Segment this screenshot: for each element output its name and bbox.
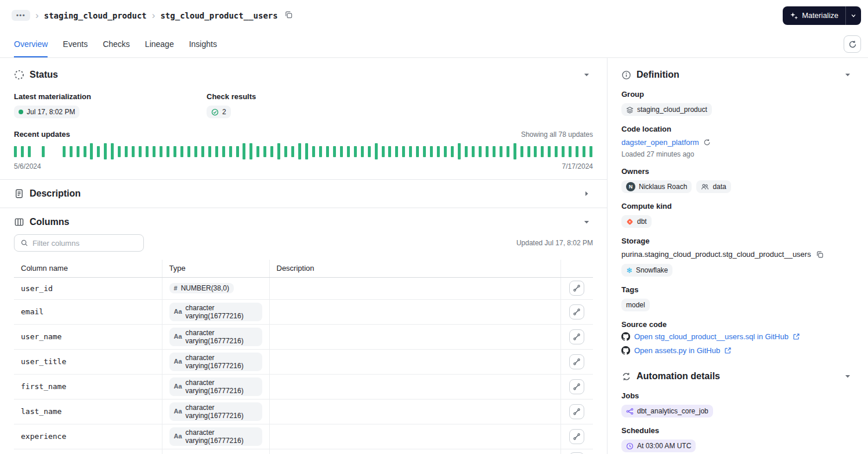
code-location-link[interactable]: dagster_open_platform xyxy=(621,138,699,147)
storage-kind-badge[interactable]: ❄ Snowflake xyxy=(621,264,672,277)
update-bar[interactable] xyxy=(125,146,128,157)
update-bar[interactable] xyxy=(589,146,592,157)
update-bar[interactable] xyxy=(153,146,155,157)
update-bar[interactable] xyxy=(139,146,142,157)
columns-collapse-button[interactable] xyxy=(580,216,593,228)
status-collapse-button[interactable] xyxy=(580,68,593,81)
update-bar[interactable] xyxy=(305,143,308,159)
update-bar[interactable] xyxy=(375,143,378,159)
source-code-link[interactable]: Open stg_cloud_product__users.sql in Git… xyxy=(621,332,854,341)
update-bar[interactable] xyxy=(465,146,468,157)
check-results-badge[interactable]: 2 xyxy=(207,106,231,118)
owner-team-badge[interactable]: data xyxy=(696,180,730,193)
description-expand-button[interactable] xyxy=(580,187,593,200)
update-bar[interactable] xyxy=(277,143,280,159)
update-bar[interactable] xyxy=(90,143,93,159)
update-bar[interactable] xyxy=(382,146,385,157)
update-bar[interactable] xyxy=(507,146,509,157)
group-badge[interactable]: staging_cloud_product xyxy=(621,103,712,116)
update-bar[interactable] xyxy=(513,143,516,159)
update-bar[interactable] xyxy=(229,146,232,157)
source-code-link[interactable]: Open assets.py in GitHub xyxy=(621,346,854,355)
update-bar[interactable] xyxy=(180,146,183,157)
update-bar[interactable] xyxy=(430,146,433,157)
tab[interactable]: Events xyxy=(63,31,88,57)
update-bar[interactable] xyxy=(146,146,149,157)
update-bar[interactable] xyxy=(270,146,273,157)
schedule-badge[interactable]: At 03:00 AM UTC xyxy=(621,440,696,452)
update-bar[interactable] xyxy=(361,146,364,157)
update-bar[interactable] xyxy=(479,146,482,157)
copy-asset-key-button[interactable] xyxy=(283,9,294,22)
update-bar[interactable] xyxy=(555,146,558,157)
update-bar[interactable] xyxy=(256,146,259,157)
update-bar[interactable] xyxy=(326,146,329,157)
update-bar[interactable] xyxy=(215,146,218,157)
owner-user-badge[interactable]: N Nicklaus Roach xyxy=(621,180,692,193)
update-bar[interactable] xyxy=(333,146,336,157)
update-bar[interactable] xyxy=(63,146,66,157)
update-bar[interactable] xyxy=(208,146,211,157)
update-bar[interactable] xyxy=(111,143,114,159)
update-bar[interactable] xyxy=(77,146,79,157)
update-bar[interactable] xyxy=(14,146,17,157)
reload-code-location-button[interactable] xyxy=(703,139,711,146)
breadcrumb-group-link[interactable]: staging_cloud_product xyxy=(44,11,147,20)
update-bar[interactable] xyxy=(451,146,454,157)
update-bar[interactable] xyxy=(493,146,496,157)
column-lineage-button[interactable] xyxy=(569,379,584,394)
update-bar[interactable] xyxy=(583,146,585,157)
update-bar[interactable] xyxy=(437,146,440,157)
update-bar[interactable] xyxy=(194,146,197,157)
update-bar[interactable] xyxy=(534,146,537,157)
update-bar[interactable] xyxy=(576,146,578,157)
update-bar[interactable] xyxy=(28,146,31,157)
update-bar[interactable] xyxy=(187,146,190,157)
column-lineage-button[interactable] xyxy=(569,281,584,296)
update-bar[interactable] xyxy=(97,146,100,157)
update-bar[interactable] xyxy=(388,146,391,157)
compute-kind-badge[interactable]: dbt xyxy=(621,215,652,228)
automation-collapse-button[interactable] xyxy=(841,370,854,383)
update-bar[interactable] xyxy=(284,146,287,157)
update-bar[interactable] xyxy=(160,146,162,157)
update-bar[interactable] xyxy=(354,146,357,157)
column-lineage-button[interactable] xyxy=(569,304,584,319)
update-bar[interactable] xyxy=(562,146,565,157)
update-bar[interactable] xyxy=(347,146,350,157)
refresh-button[interactable] xyxy=(844,35,861,53)
materialize-button[interactable]: Materialize xyxy=(783,6,845,25)
materialize-dropdown-button[interactable] xyxy=(845,6,861,25)
update-bar[interactable] xyxy=(486,146,489,157)
tab[interactable]: Lineage xyxy=(145,31,174,57)
update-bar[interactable] xyxy=(263,146,266,157)
update-bar[interactable] xyxy=(236,146,239,157)
update-bar[interactable] xyxy=(395,146,398,157)
update-bar[interactable] xyxy=(84,146,86,157)
update-bar[interactable] xyxy=(520,146,523,157)
latest-materialization-badge[interactable]: Jul 17, 8:02 PM xyxy=(14,106,79,118)
update-bar[interactable] xyxy=(444,146,447,157)
update-bar[interactable] xyxy=(173,146,176,157)
update-bar[interactable] xyxy=(167,146,169,157)
update-bar[interactable] xyxy=(416,146,419,157)
filter-columns-input[interactable] xyxy=(32,239,138,248)
update-bar[interactable] xyxy=(291,146,294,157)
column-lineage-button[interactable] xyxy=(569,429,584,444)
update-bar[interactable] xyxy=(458,143,461,159)
job-badge[interactable]: dbt_analytics_core_job xyxy=(621,405,713,417)
column-lineage-button[interactable] xyxy=(569,404,584,419)
update-bar[interactable] xyxy=(104,143,107,159)
column-lineage-button[interactable] xyxy=(569,354,584,369)
update-bar[interactable] xyxy=(243,143,245,159)
update-bar[interactable] xyxy=(312,146,315,157)
update-bar[interactable] xyxy=(548,146,551,157)
breadcrumb-more-button[interactable]: ••• xyxy=(12,10,30,21)
update-bar[interactable] xyxy=(527,146,530,157)
update-bar[interactable] xyxy=(132,146,135,157)
update-bar[interactable] xyxy=(569,146,572,157)
tag-badge[interactable]: model xyxy=(621,299,650,311)
update-bar[interactable] xyxy=(340,146,343,157)
update-bar[interactable] xyxy=(541,146,544,157)
tab[interactable]: Insights xyxy=(189,31,217,57)
